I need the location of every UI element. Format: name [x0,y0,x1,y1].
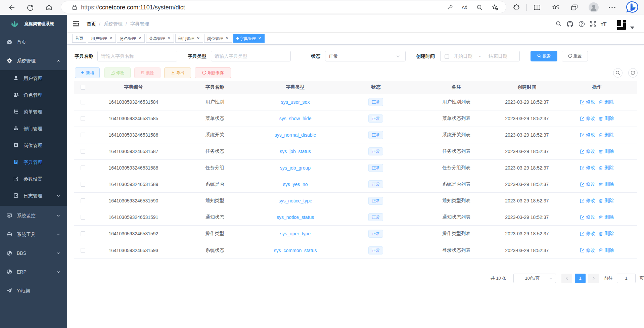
svg-text:A: A [462,5,465,10]
